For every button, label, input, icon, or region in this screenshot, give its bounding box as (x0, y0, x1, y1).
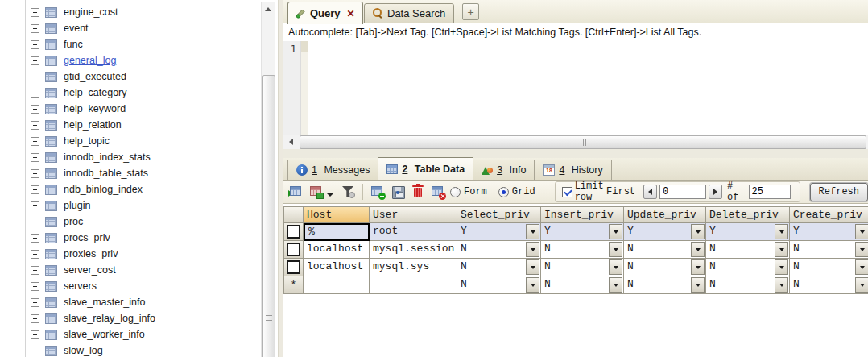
dropdown-button[interactable] (855, 259, 868, 275)
new-tab-button[interactable]: + (462, 3, 479, 20)
dropdown-button[interactable] (691, 224, 705, 239)
dropdown-button[interactable] (691, 277, 705, 293)
dropdown-button[interactable] (526, 224, 539, 239)
expand-icon[interactable] (31, 137, 39, 146)
result-tab-history[interactable]: 184 History (534, 160, 611, 180)
grid-cell[interactable]: N (457, 276, 541, 294)
tree-item-help_keyword[interactable]: help_keyword (0, 101, 260, 117)
expand-icon[interactable] (31, 218, 39, 226)
row-header[interactable] (283, 259, 304, 276)
expand-icon[interactable] (31, 314, 39, 323)
expand-icon[interactable] (31, 121, 39, 130)
tree-item-proc[interactable]: proc (0, 214, 260, 230)
dropdown-button[interactable] (526, 277, 539, 293)
dropdown-button[interactable] (855, 277, 868, 293)
grid-cell[interactable]: N (706, 259, 790, 276)
chevron-down-icon[interactable] (327, 193, 333, 197)
tree-item-slow_log[interactable]: slow_log (0, 342, 260, 357)
dropdown-button[interactable] (609, 224, 622, 239)
grid-cell[interactable]: N (624, 259, 706, 276)
sql-editor[interactable]: 1 (283, 41, 868, 135)
row-checkbox[interactable] (287, 243, 300, 256)
expand-icon[interactable] (31, 250, 39, 259)
grid-cell[interactable]: N (790, 276, 868, 294)
expand-icon[interactable] (31, 282, 39, 291)
expand-icon[interactable] (31, 105, 39, 114)
tree-item-slave_master_info[interactable]: slave_master_info (0, 294, 260, 310)
expand-icon[interactable] (31, 40, 39, 49)
grid-cell[interactable]: N (706, 241, 790, 259)
expand-icon[interactable] (31, 298, 39, 307)
close-icon[interactable]: ✕ (347, 8, 355, 19)
tree-item-innodb_table_stats[interactable]: innodb_table_stats (0, 165, 260, 181)
insert-table-dropdown-icon[interactable] (308, 184, 324, 200)
dropdown-button[interactable] (775, 224, 788, 239)
tree-item-engine_cost[interactable]: engine_cost (0, 4, 260, 20)
expand-icon[interactable] (31, 169, 39, 178)
save-icon[interactable] (390, 184, 406, 200)
tree-item-servers[interactable]: servers (0, 278, 260, 294)
grid-cell[interactable]: root (370, 223, 457, 241)
tree-item-server_cost[interactable]: server_cost (0, 262, 260, 278)
column-header-select_priv[interactable]: Select_priv (457, 206, 541, 223)
grid-cell[interactable] (304, 276, 370, 294)
results-splitter[interactable] (283, 149, 868, 158)
tree-item-ndb_binlog_index[interactable]: ndb_binlog_index (0, 181, 260, 197)
grid-cell[interactable]: N (457, 259, 541, 276)
expand-icon[interactable] (31, 330, 39, 339)
grid-cell[interactable] (370, 276, 457, 294)
delete-row-icon[interactable] (410, 184, 426, 200)
dropdown-button[interactable] (609, 277, 622, 293)
sidebar-splitter[interactable] (278, 0, 283, 357)
grid-cell[interactable]: N (790, 241, 868, 259)
dropdown-button[interactable] (526, 259, 539, 275)
expand-icon[interactable] (31, 24, 39, 33)
expand-icon[interactable] (31, 185, 39, 194)
dropdown-button[interactable] (526, 242, 539, 257)
refresh-button[interactable]: Refresh (810, 183, 868, 201)
grid-cell[interactable]: mysql.sys (370, 259, 457, 276)
column-header-create_priv[interactable]: Create_priv (790, 206, 868, 223)
expand-icon[interactable] (31, 56, 39, 65)
tree-item-event[interactable]: event (0, 20, 260, 36)
result-tab-messages[interactable]: 1 Messages (287, 160, 378, 180)
dropdown-button[interactable] (609, 259, 622, 275)
grid-cell[interactable]: N (624, 276, 706, 294)
tree-item-plugin[interactable]: plugin (0, 197, 260, 214)
first-row-input[interactable] (659, 185, 706, 199)
expand-icon[interactable] (31, 347, 39, 355)
result-tab-info[interactable]: 3 Info (473, 160, 535, 180)
editor-hscrollbar-thumb[interactable] (300, 135, 866, 149)
open-table-icon[interactable] (288, 184, 304, 200)
grid-cell[interactable]: N (541, 259, 624, 276)
tree-item-procs_priv[interactable]: procs_priv (0, 230, 260, 246)
grid-cell[interactable]: N (541, 241, 624, 259)
cancel-changes-icon[interactable] (430, 184, 446, 200)
tree-item-general_log[interactable]: general_log (0, 52, 260, 68)
expand-icon[interactable] (31, 234, 39, 243)
tree-item-gtid_executed[interactable]: gtid_executed (0, 68, 260, 85)
column-header-host[interactable]: Host (304, 206, 370, 223)
limit-rows-checkbox[interactable] (562, 187, 572, 197)
grid-cell[interactable]: Y (624, 223, 706, 241)
expand-icon[interactable] (31, 201, 39, 210)
grid-cell[interactable]: N (624, 241, 706, 259)
add-row-icon[interactable] (370, 184, 386, 200)
grid-cell[interactable]: N (790, 259, 868, 276)
dropdown-button[interactable] (609, 242, 622, 257)
grid-cell[interactable]: Y (457, 223, 541, 241)
result-tab-table-data[interactable]: 2 Table Data (378, 157, 473, 180)
grid-cell[interactable]: N (541, 276, 624, 294)
dropdown-button[interactable] (691, 242, 705, 257)
row-header[interactable]: * (283, 276, 304, 294)
column-header-delete_priv[interactable]: Delete_priv (706, 206, 790, 223)
editor-hscrollbar[interactable] (283, 135, 868, 149)
dropdown-button[interactable] (775, 259, 788, 275)
dropdown-button[interactable] (855, 242, 868, 257)
grid-cell[interactable]: Y (706, 223, 790, 241)
tab-data-search[interactable]: Data Search (364, 3, 454, 23)
expand-icon[interactable] (31, 73, 39, 81)
filter-icon[interactable] (340, 184, 356, 200)
tab-query[interactable]: Query ✕ (287, 2, 363, 24)
tree-item-proxies_priv[interactable]: proxies_priv (0, 246, 260, 262)
